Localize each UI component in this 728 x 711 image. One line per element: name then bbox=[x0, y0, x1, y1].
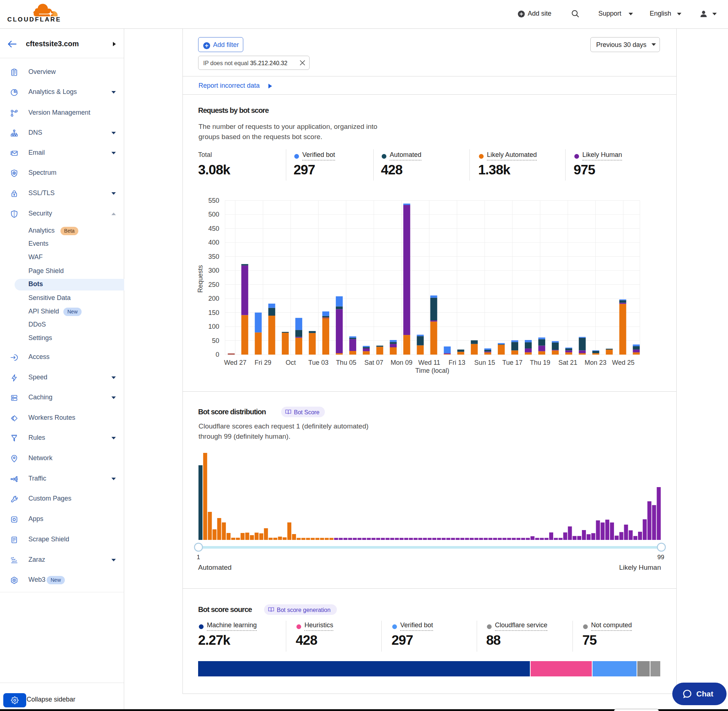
svg-text:400: 400 bbox=[208, 239, 219, 246]
svg-text:Tue 03: Tue 03 bbox=[309, 359, 328, 366]
svg-text:350: 350 bbox=[208, 253, 219, 260]
svg-text:450: 450 bbox=[208, 225, 219, 232]
svg-text:1: 1 bbox=[196, 554, 200, 561]
svg-text:Sun 15: Sun 15 bbox=[474, 359, 495, 366]
svg-text:Tue 17: Tue 17 bbox=[502, 359, 522, 366]
svg-text:Wed 25: Wed 25 bbox=[612, 359, 635, 366]
svg-text:Time (local): Time (local) bbox=[415, 367, 449, 374]
svg-text:Automated: Automated bbox=[198, 563, 232, 571]
svg-text:Thu 05: Thu 05 bbox=[336, 359, 356, 366]
svg-text:Thu 19: Thu 19 bbox=[530, 359, 550, 366]
svg-text:Sat 21: Sat 21 bbox=[558, 359, 577, 366]
svg-text:Mon 09: Mon 09 bbox=[391, 359, 413, 366]
svg-text:250: 250 bbox=[208, 281, 219, 288]
svg-text:Mon 23: Mon 23 bbox=[585, 359, 606, 366]
svg-text:Wed 11: Wed 11 bbox=[418, 359, 440, 366]
svg-text:Fri 29: Fri 29 bbox=[255, 359, 271, 366]
svg-text:99: 99 bbox=[657, 554, 664, 561]
svg-text:550: 550 bbox=[208, 197, 219, 204]
svg-text:Wed 27: Wed 27 bbox=[224, 359, 247, 366]
svg-text:300: 300 bbox=[208, 267, 219, 274]
svg-text:200: 200 bbox=[208, 295, 219, 302]
svg-text:150: 150 bbox=[208, 309, 219, 316]
svg-text:Likely Human: Likely Human bbox=[619, 563, 661, 571]
svg-text:100: 100 bbox=[208, 323, 219, 330]
svg-text:Oct: Oct bbox=[285, 359, 296, 366]
svg-text:Fri 13: Fri 13 bbox=[449, 359, 465, 366]
svg-text:0: 0 bbox=[216, 351, 219, 358]
svg-text:50: 50 bbox=[212, 337, 219, 344]
svg-text:500: 500 bbox=[208, 211, 219, 218]
svg-text:Sat 07: Sat 07 bbox=[364, 359, 383, 366]
svg-text:Requests: Requests bbox=[196, 265, 204, 293]
